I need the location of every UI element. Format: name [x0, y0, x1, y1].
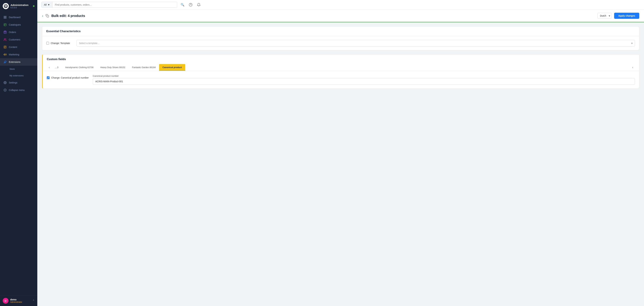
sidebar-item-label: Customers: [9, 38, 20, 41]
app-logo: [3, 3, 9, 9]
field-input-col: Canonical product number: [93, 75, 635, 85]
change-template-checkbox[interactable]: [46, 42, 49, 44]
user-role: Administrator: [10, 301, 22, 303]
help-icon[interactable]: [188, 2, 193, 7]
copy-button[interactable]: [46, 14, 49, 17]
content-icon: [4, 45, 7, 49]
sidebar-item-collapse[interactable]: Collapse menu: [0, 86, 37, 94]
user-info: demo Administrator: [10, 298, 22, 303]
custom-fields-card: Custom fields ‹ …3 Aerodynamic Clothing …: [42, 54, 639, 89]
app-name: Administration: [10, 3, 28, 6]
product-tab-5[interactable]: Canonical product: [159, 64, 185, 71]
search-input[interactable]: [52, 2, 177, 8]
essential-characteristics-card: Essential Characteristics Change: Templa…: [42, 26, 639, 50]
topbar: All ▼ 🔍: [37, 0, 644, 10]
canonical-product-input[interactable]: [93, 78, 635, 85]
collapse-icon: [4, 88, 7, 92]
page-header-left: ‹ Bulk edit: 4 products: [42, 14, 85, 18]
svg-point-15: [189, 3, 192, 6]
product-tab-4[interactable]: Fantastic Garden 86164: [129, 64, 159, 71]
user-name: demo: [10, 298, 22, 301]
sidebar-item-customers[interactable]: Customers: [0, 36, 37, 43]
app-info: Administration 6.5.0.0: [10, 3, 28, 9]
field-label: Change: Canonical product number: [51, 76, 89, 79]
orders-icon: [4, 30, 7, 34]
sidebar-footer: D demo Administrator ⌃: [0, 295, 37, 306]
dashboard-icon: [4, 15, 7, 19]
page-title: Bulk edit: 4 products: [52, 14, 85, 18]
language-select[interactable]: Dutch: [597, 13, 612, 19]
sidebar: Administration 6.5.0.0 Dashboard Catalog…: [0, 0, 37, 306]
sidebar-item-label: Orders: [9, 31, 16, 33]
sidebar-header: Administration 6.5.0.0: [0, 0, 37, 12]
notification-icon[interactable]: [196, 2, 202, 7]
svg-rect-2: [4, 16, 5, 17]
svg-rect-3: [6, 16, 6, 17]
svg-point-1: [5, 5, 6, 6]
svg-rect-4: [4, 18, 5, 18]
sidebar-item-label: Content: [9, 46, 17, 48]
svg-rect-5: [6, 18, 6, 18]
sidebar-item-dashboard[interactable]: Dashboard: [0, 13, 37, 21]
extensions-icon: [4, 60, 7, 64]
template-row: Change: Template Select a template...: [46, 40, 635, 46]
fields-area: Change: Canonical product number Canonic…: [43, 71, 639, 88]
product-tabs: …3 Aerodynamic Clothing 62708 Heavy Duty…: [52, 64, 630, 71]
back-button[interactable]: ‹: [42, 14, 43, 18]
avatar: D: [3, 298, 8, 304]
sidebar-nav: Dashboard Catalogues Orders Customers Co…: [0, 12, 37, 295]
customers-icon: [4, 38, 7, 41]
sidebar-item-my-extensions[interactable]: My extensions: [0, 72, 37, 79]
sidebar-item-label: Collapse menu: [9, 89, 24, 91]
product-tab-1[interactable]: …3: [52, 64, 62, 71]
search-icon[interactable]: 🔍: [180, 2, 185, 7]
language-select-wrap: Dutch: [597, 13, 612, 19]
svg-rect-17: [47, 15, 49, 17]
sidebar-item-store[interactable]: Store: [0, 66, 37, 72]
inner-content: Essential Characteristics Change: Templa…: [37, 22, 644, 93]
sidebar-item-label: Settings: [9, 81, 18, 84]
sidebar-item-settings[interactable]: Settings: [0, 79, 37, 86]
tab-scroll-right-button[interactable]: ›: [630, 65, 635, 70]
custom-fields-header: Custom fields: [43, 54, 639, 64]
sidebar-item-content[interactable]: Content: [0, 43, 37, 51]
sidebar-item-catalogues[interactable]: Catalogues: [0, 21, 37, 28]
page-header: ‹ Bulk edit: 4 products Dutch Apply chan…: [37, 10, 644, 22]
field-group: Change: Canonical product number Canonic…: [47, 75, 635, 85]
sidebar-item-label: Catalogues: [9, 23, 21, 26]
template-select-wrap: Select a template...: [76, 40, 635, 46]
canonical-product-checkbox[interactable]: [47, 76, 50, 79]
change-template-label[interactable]: Change: Template: [46, 42, 74, 44]
page-header-right: Dutch Apply changes: [597, 13, 639, 19]
product-tabs-wrap: ‹ …3 Aerodynamic Clothing 62708 Heavy Du…: [43, 64, 639, 71]
sidebar-item-label: Dashboard: [9, 16, 20, 19]
sidebar-item-label: Marketing: [9, 53, 19, 56]
svg-marker-10: [4, 54, 5, 56]
sidebar-item-label: Extensions: [9, 61, 20, 63]
app-version: 6.5.0.0: [10, 6, 28, 9]
sidebar-item-extensions[interactable]: Extensions: [0, 58, 37, 66]
main-content: All ▼ 🔍 ‹ Bulk edit: 4 products Dutch: [37, 0, 644, 306]
settings-icon: [4, 81, 7, 84]
template-select[interactable]: Select a template...: [76, 40, 635, 46]
tab-scroll-left-button[interactable]: ‹: [47, 65, 52, 70]
search-filter-bar: All ▼: [42, 2, 177, 8]
field-label-col: Change: Canonical product number: [47, 75, 89, 79]
status-dot: [33, 5, 34, 7]
sidebar-item-label: My extensions: [10, 74, 24, 77]
sidebar-item-marketing[interactable]: Marketing: [0, 51, 37, 58]
apply-changes-button[interactable]: Apply changes: [614, 13, 639, 19]
chevron-up-icon[interactable]: ⌃: [32, 299, 34, 303]
filter-label: All: [44, 3, 47, 6]
card-header: Essential Characteristics: [42, 27, 639, 36]
sidebar-item-orders[interactable]: Orders: [0, 28, 37, 36]
svg-rect-6: [4, 23, 6, 26]
sidebar-item-label: Store: [10, 68, 15, 70]
product-tab-3[interactable]: Heavy Duty Shoes 99152: [97, 64, 128, 71]
filter-button[interactable]: All ▼: [42, 2, 52, 8]
product-tab-2[interactable]: Aerodynamic Clothing 62708: [62, 64, 97, 71]
field-input-label: Canonical product number: [93, 75, 635, 77]
content-area: Essential Characteristics Change: Templa…: [37, 22, 644, 306]
chevron-down-icon: ▼: [48, 3, 50, 6]
svg-point-13: [5, 82, 6, 83]
